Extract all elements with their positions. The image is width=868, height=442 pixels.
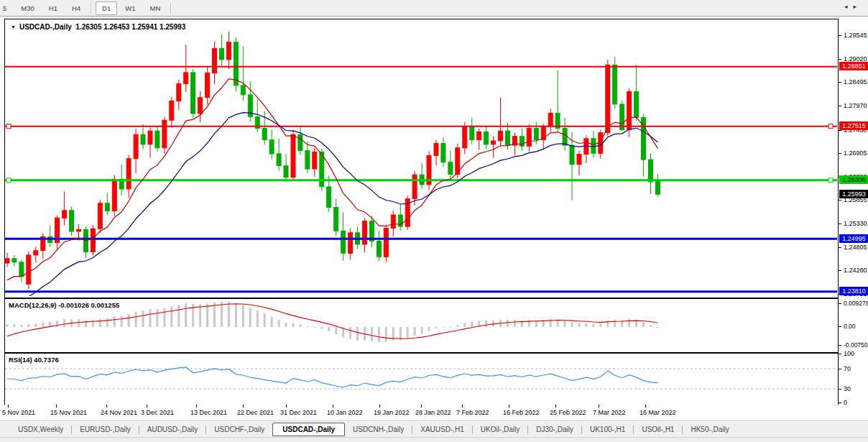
time-tick-label: 15 Nov 2021 (50, 409, 87, 416)
macd-tick-label: -0.007504 (844, 341, 868, 349)
rsi-tick-label: 70 (844, 365, 851, 372)
macd-tick (839, 326, 841, 327)
timeframe-button-h4[interactable]: H4 (65, 1, 87, 15)
chart-tab-bar: USDX,WeeklyEURUSD-,DailyAUDUSD-,DailyUSD… (0, 421, 868, 437)
symbol-dropdown-icon[interactable]: ▼ (11, 24, 16, 29)
time-tick-label: 16 Mar 2022 (640, 409, 676, 416)
price-badge-1.24995: 1.24995 (839, 234, 868, 243)
rsi-pane[interactable]: RSI(14) 40.7376 (4, 353, 839, 406)
time-tick-label: 19 Jan 2022 (374, 409, 410, 416)
time-tick-label: 7 Mar 2022 (593, 409, 626, 416)
time-tick (56, 405, 57, 408)
price-tick (839, 200, 841, 201)
time-tick-label: 24 Nov 2021 (101, 409, 137, 416)
candlestick-chart (5, 19, 837, 296)
time-tick (106, 405, 107, 408)
macd-tick-label: 0.00 (844, 323, 856, 330)
bottom-strip (0, 437, 868, 442)
rsi-tick (839, 369, 841, 369)
timeframe-toolbar: 5M30H1H4D1W1MN (0, 0, 868, 17)
time-tick (147, 405, 147, 408)
timeframe-button-m30[interactable]: M30 (14, 1, 40, 15)
rsi-tick (839, 402, 841, 403)
rsi-chart (5, 354, 837, 404)
time-axis[interactable]: 5 Nov 202115 Nov 202124 Nov 20213 Dec 20… (0, 405, 868, 421)
price-badge-1.26306: 1.26306 (839, 175, 868, 184)
tab-eurusd-daily[interactable]: EURUSD-,Daily (72, 423, 139, 436)
price-tick (839, 35, 841, 36)
price-tick (839, 59, 841, 60)
tab-ukoil-daily[interactable]: UKOil-,Daily (473, 423, 527, 436)
timeframe-button-h1[interactable]: H1 (42, 1, 64, 15)
time-tick-label: 16 Feb 2022 (503, 409, 540, 416)
time-tick (286, 405, 287, 408)
price-badge-1.28851: 1.28851 (839, 62, 868, 70)
time-tick-label: 3 Dec 2021 (141, 409, 174, 416)
time-tick-label: 31 Dec 2021 (280, 409, 317, 416)
toolbar-separator (170, 3, 172, 14)
time-tick (8, 405, 9, 408)
price-tick (839, 224, 841, 224)
macd-pane[interactable]: MACD(12,26,9) -0.001026 0.001255 (4, 298, 839, 353)
price-chart-pane[interactable]: ▼USDCAD-,Daily 1.26305 1.26453 1.25941 1… (4, 19, 839, 298)
rsi-tick-label: 100 (844, 350, 854, 357)
time-tick-label: 7 Feb 2022 (456, 409, 489, 416)
price-tick-label: 1.29545 (844, 32, 867, 39)
rsi-tick (839, 389, 841, 390)
price-tick (839, 130, 841, 131)
macd-tick-label: 0.009278 (844, 300, 868, 307)
time-tick (555, 405, 556, 408)
time-tick (509, 405, 509, 408)
price-tick (839, 82, 841, 83)
price-badge-1.27515: 1.27515 (839, 121, 868, 130)
ohlc-values: 1.26305 1.26453 1.25941 1.25993 (75, 23, 185, 31)
price-tick-label: 1.26905 (844, 149, 867, 157)
price-badge-1.25993: 1.25993 (839, 190, 868, 198)
time-tick (462, 405, 463, 408)
time-tick (421, 405, 422, 408)
tab-usdx-weekly[interactable]: USDX,Weekly (10, 423, 71, 436)
timeframe-button-d1[interactable]: D1 (96, 1, 117, 15)
time-tick-label: 5 Nov 2021 (2, 409, 35, 416)
chart-title: ▼USDCAD-,Daily 1.26305 1.26453 1.25941 1… (11, 23, 185, 31)
tab-usdcnh-daily[interactable]: USDCNH-,Daily (345, 423, 412, 436)
tab-xauusd-h1[interactable]: XAUUSD-,H1 (412, 423, 472, 436)
tab-usoil-h1[interactable]: USOil-,H1 (634, 423, 682, 436)
mt4-window: 5M30H1H4D1W1MN ▼USDCAD-,Daily 1.26305 1.… (0, 0, 868, 442)
tab-usdchf-daily[interactable]: USDCHF-,Daily (206, 423, 272, 436)
macd-tick (839, 303, 841, 304)
timeframe-button-mn[interactable]: MN (144, 1, 167, 15)
time-tick-label: 10 Jan 2022 (327, 409, 363, 416)
rsi-label: RSI(14) 40.7376 (9, 356, 59, 364)
tab-hk50-daily[interactable]: HK50-,Daily (683, 423, 737, 436)
price-tick-label: 1.27970 (844, 102, 867, 109)
time-tick (599, 405, 599, 408)
price-tick-label: 1.24280 (844, 267, 867, 274)
rsi-tick-label: 30 (844, 385, 851, 392)
tab-scroll-arrows: ◂▸ (844, 3, 862, 10)
time-tick (645, 405, 646, 408)
time-tick-label: 25 Feb 2022 (550, 409, 586, 416)
toolbar-separator (91, 3, 92, 14)
time-tick-label: 28 Jan 2022 (415, 409, 451, 416)
time-tick (196, 405, 197, 408)
price-badge-1.23810: 1.23810 (839, 287, 868, 295)
tab-dj30-daily[interactable]: DJ30-,Daily (528, 423, 581, 436)
tab-audusd-daily[interactable]: AUDUSD-,Daily (139, 423, 206, 436)
price-tick (839, 106, 841, 106)
price-tick (839, 153, 841, 154)
symbol-period-label: USDCAD-,Daily (19, 23, 72, 31)
price-axis[interactable]: 1.295451.290201.284951.279701.274301.269… (838, 19, 868, 405)
tab-scroll-right-icon[interactable]: ▸ (853, 3, 862, 10)
tab-usdcad-daily[interactable]: USDCAD-,Daily (272, 423, 345, 436)
macd-chart (5, 299, 837, 351)
macd-tick (839, 345, 841, 346)
time-tick (379, 405, 380, 408)
price-tick (839, 270, 841, 271)
price-tick-label: 1.24805 (844, 244, 867, 251)
timeframe-button-5[interactable]: 5 (0, 1, 13, 15)
time-tick-label: 22 Dec 2021 (237, 409, 274, 416)
tab-uk100-h1[interactable]: UK100-,H1 (582, 423, 633, 436)
tab-scroll-left-icon[interactable]: ◂ (844, 3, 854, 10)
timeframe-button-w1[interactable]: W1 (119, 1, 142, 15)
